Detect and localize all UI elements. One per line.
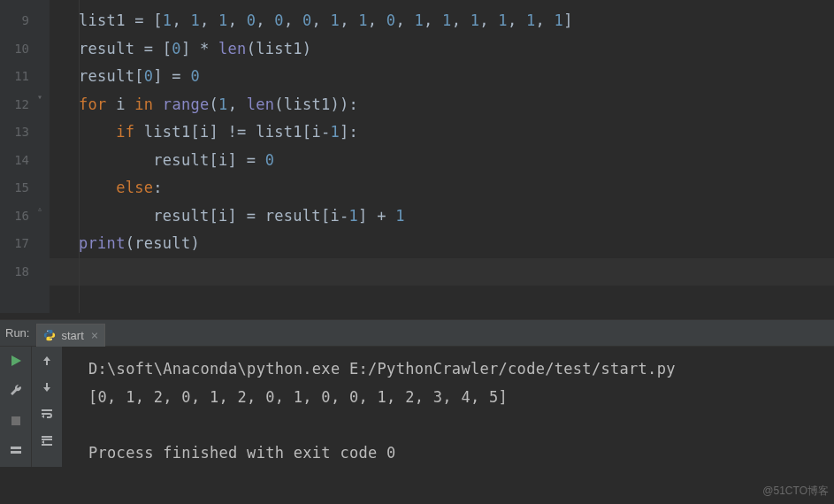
run-icon[interactable] (9, 354, 23, 368)
svg-rect-4 (11, 451, 21, 454)
code-line[interactable]: result = [0] * len(list1) (50, 35, 834, 64)
line-gutter: 9 10 11 12 13 14 15 16 17 18 (0, 0, 37, 313)
run-panel: Run: start × D:\soft\Anaconda\python.exe… (0, 320, 834, 467)
code-line[interactable]: result[i] = result[i-1] + 1 (50, 202, 834, 231)
run-toolbar-primary (0, 347, 31, 467)
console-output[interactable]: D:\soft\Anaconda\python.exe E:/PythonCra… (62, 347, 834, 467)
fold-column: ▾ ▵ (37, 0, 50, 313)
line-number: 14 (0, 147, 37, 175)
line-number: 12 (0, 91, 37, 119)
line-number: 16 (0, 202, 37, 231)
run-toolbar-secondary (31, 347, 62, 467)
wrap-icon[interactable] (40, 407, 54, 421)
fold-end-icon[interactable]: ▵ (37, 203, 48, 214)
code-line[interactable] (50, 258, 834, 286)
code-area[interactable]: list1 = [1, 1, 1, 0, 0, 0, 1, 1, 0, 1, 1… (50, 0, 834, 313)
arrow-down-icon[interactable] (40, 380, 54, 394)
line-number: 9 (0, 7, 37, 35)
pane-divider[interactable] (0, 313, 834, 320)
line-number: 17 (0, 230, 37, 258)
code-line[interactable]: print(result) (50, 230, 834, 258)
code-line[interactable]: if list1[i] != list1[i-1]: (50, 118, 834, 147)
run-body: D:\soft\Anaconda\python.exe E:/PythonCra… (0, 347, 834, 467)
svg-point-0 (48, 331, 49, 332)
line-number: 11 (0, 63, 37, 91)
fold-start-icon[interactable]: ▾ (37, 92, 48, 103)
code-line[interactable]: result[i] = 0 (50, 147, 834, 175)
arrow-up-icon[interactable] (40, 354, 54, 368)
run-header: Run: start × (0, 320, 834, 347)
console-line: [0, 1, 2, 0, 1, 2, 0, 1, 0, 0, 1, 2, 3, … (88, 388, 508, 406)
watermark: @51CTO博客 (762, 484, 829, 499)
close-icon[interactable]: × (91, 329, 98, 341)
code-line[interactable]: for i in range(1, len(list1)): (50, 91, 834, 119)
wrench-icon[interactable] (9, 384, 23, 398)
console-line: D:\soft\Anaconda\python.exe E:/PythonCra… (88, 360, 676, 378)
svg-rect-3 (11, 447, 21, 449)
run-label: Run: (0, 326, 36, 340)
scroll-icon[interactable] (40, 433, 54, 447)
line-number: 15 (0, 174, 37, 202)
editor-pane: 9 10 11 12 13 14 15 16 17 18 ▾ ▵ list1 =… (0, 0, 834, 313)
line-number: 13 (0, 118, 37, 147)
svg-point-1 (51, 339, 52, 340)
console-line: Process finished with exit code 0 (88, 444, 396, 462)
line-number: 10 (0, 35, 37, 64)
code-line[interactable]: else: (50, 174, 834, 202)
tab-label: start (61, 329, 83, 342)
stop-icon[interactable] (9, 414, 23, 428)
code-line[interactable]: list1 = [1, 1, 1, 0, 0, 0, 1, 1, 0, 1, 1… (50, 7, 834, 35)
line-number: 18 (0, 258, 37, 286)
code-line[interactable]: result[0] = 0 (50, 63, 834, 91)
run-tab[interactable]: start × (36, 324, 105, 347)
layout-icon[interactable] (9, 444, 23, 458)
svg-rect-2 (11, 416, 20, 425)
python-icon (43, 329, 56, 341)
